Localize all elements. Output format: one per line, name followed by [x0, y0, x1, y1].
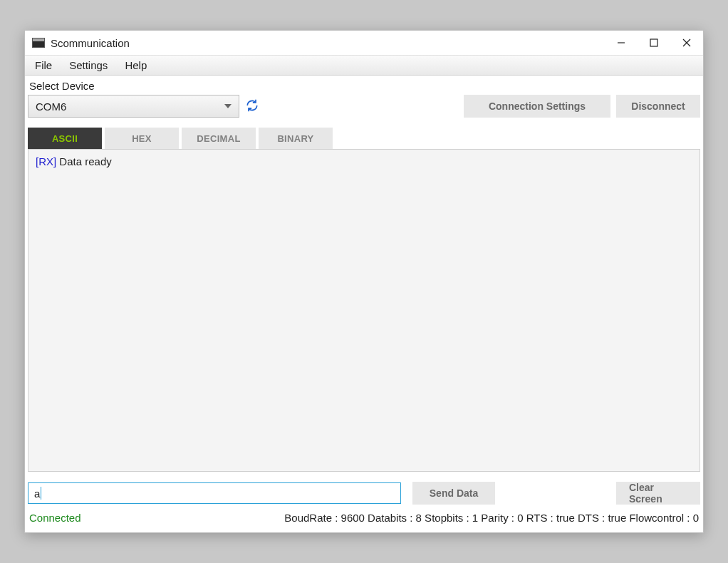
- tab-ascii[interactable]: ASCII: [28, 128, 102, 149]
- chevron-down-icon: [224, 104, 232, 108]
- device-combobox[interactable]: COM6: [28, 95, 239, 118]
- connection-settings-status: BoudRate : 9600 Databits : 8 Stopbits : …: [284, 512, 699, 524]
- menu-settings[interactable]: Settings: [69, 59, 108, 71]
- format-tabs: ASCII HEX DECIMAL BINARY: [28, 128, 700, 149]
- rx-text: Data ready: [56, 155, 112, 167]
- app-window: Scommunication File Settings Help Select…: [24, 30, 704, 533]
- titlebar: Scommunication: [25, 31, 703, 55]
- app-title: Scommunication: [51, 37, 130, 49]
- svg-rect-1: [650, 39, 657, 46]
- content: Select Device COM6 Connection Settings D…: [25, 76, 703, 532]
- send-input-value: a: [34, 487, 40, 500]
- tab-hex[interactable]: HEX: [105, 128, 179, 149]
- console-output[interactable]: [RX] Data ready: [28, 149, 700, 472]
- device-label: Select Device: [29, 80, 700, 92]
- menubar: File Settings Help: [25, 55, 703, 76]
- connection-status: Connected: [29, 512, 81, 524]
- refresh-icon: [245, 98, 259, 113]
- connection-settings-button[interactable]: Connection Settings: [464, 95, 610, 118]
- device-selected: COM6: [36, 100, 66, 113]
- menu-file[interactable]: File: [35, 59, 52, 71]
- minimize-icon: [617, 38, 625, 47]
- rx-tag: [RX]: [36, 155, 56, 167]
- app-icon: [32, 38, 45, 48]
- status-bar: Connected BoudRate : 9600 Databits : 8 S…: [28, 512, 700, 527]
- close-icon: [682, 38, 691, 47]
- clear-screen-button[interactable]: Clear Screen: [616, 482, 700, 505]
- minimize-button[interactable]: [605, 31, 638, 55]
- device-row: COM6 Connection Settings Disconnect: [28, 95, 700, 118]
- text-cursor: [41, 487, 41, 500]
- send-data-button[interactable]: Send Data: [412, 482, 495, 505]
- send-input[interactable]: a: [28, 482, 401, 504]
- refresh-button[interactable]: [245, 98, 259, 115]
- maximize-icon: [650, 38, 658, 47]
- maximize-button[interactable]: [638, 31, 670, 55]
- disconnect-button[interactable]: Disconnect: [616, 95, 700, 118]
- send-row: a Send Data Clear Screen: [28, 482, 700, 505]
- menu-help[interactable]: Help: [125, 59, 147, 71]
- tab-binary[interactable]: BINARY: [259, 128, 333, 149]
- tab-decimal[interactable]: DECIMAL: [182, 128, 256, 149]
- close-button[interactable]: [670, 31, 703, 55]
- console-line: [RX] Data ready: [36, 155, 692, 167]
